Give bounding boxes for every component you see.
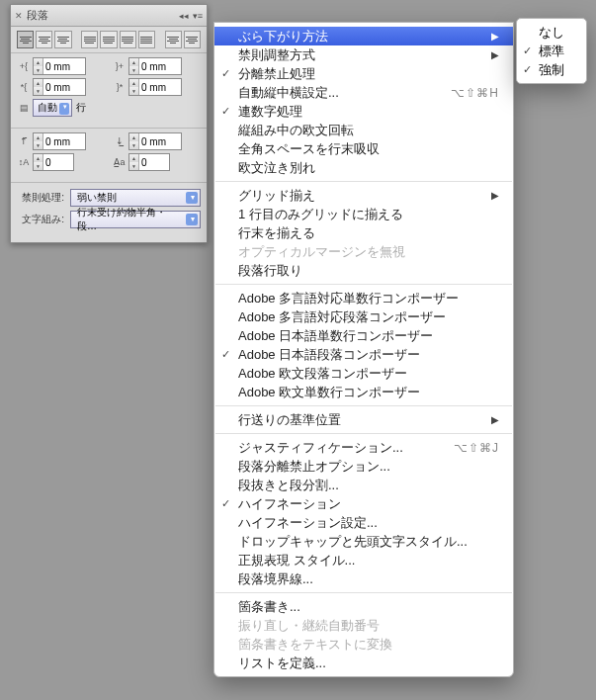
- kinsoku-label: 禁則処理:: [17, 191, 64, 205]
- dropcap-chars-input[interactable]: [139, 154, 169, 170]
- menu-item[interactable]: 欧文泣き別れ: [214, 158, 513, 177]
- submenu-item[interactable]: なし: [517, 23, 586, 42]
- justify-left-button[interactable]: [81, 31, 98, 48]
- check-icon: ✓: [523, 63, 532, 76]
- menu-item[interactable]: ハイフネーション設定...: [214, 513, 513, 532]
- last-line-indent-stepper[interactable]: ▲▼: [128, 78, 182, 96]
- check-icon: ✓: [221, 497, 230, 510]
- space-after-icon: ↓̲: [113, 135, 127, 147]
- justify-center-button[interactable]: [100, 31, 117, 48]
- alignment-buttons: [11, 27, 207, 53]
- menu-item-label: 欧文泣き別れ: [238, 159, 315, 177]
- left-indent-input[interactable]: [43, 58, 85, 74]
- menu-item[interactable]: Adobe 多言語対応単数行コンポーザー: [214, 289, 513, 307]
- menu-item[interactable]: 1 行目のみグリッドに揃える: [214, 205, 513, 223]
- menu-item[interactable]: ✓連数字処理: [214, 102, 513, 121]
- flyout-menu-icon[interactable]: ▾≡: [193, 11, 203, 21]
- menu-item-label: オプティカルマージンを無視: [238, 243, 405, 261]
- submenu-item-label: なし: [539, 24, 564, 42]
- menu-separator: [215, 405, 512, 406]
- align-right-button[interactable]: [54, 31, 71, 48]
- menu-item-label: ハイフネーション設定...: [238, 514, 378, 532]
- last-line-indent-input[interactable]: [139, 79, 181, 95]
- first-line-indent-stepper[interactable]: ▲▼: [33, 78, 86, 96]
- submenu-arrow-icon: ▶: [491, 414, 499, 425]
- check-icon: ✓: [221, 348, 230, 361]
- menu-item[interactable]: グリッド揃え▶: [214, 186, 513, 205]
- collapse-icon[interactable]: ◂◂: [179, 11, 189, 21]
- menu-item-label: Adobe 欧文段落コンポーザー: [238, 365, 407, 383]
- check-icon: ✓: [221, 105, 230, 118]
- menu-item-label: 自動縦中横設定...: [238, 84, 339, 102]
- menu-item-label: Adobe 日本語単数行コンポーザー: [238, 327, 433, 345]
- close-icon[interactable]: ✕: [15, 11, 23, 21]
- menu-item-label: 縦組み中の欧文回転: [238, 122, 354, 139]
- menu-item[interactable]: 自動縦中横設定...⌥⇧⌘H: [214, 83, 513, 102]
- menu-item[interactable]: ✓分離禁止処理: [214, 64, 513, 83]
- menu-item-label: 段落行取り: [238, 262, 302, 280]
- right-indent-stepper[interactable]: ▲▼: [128, 57, 182, 75]
- menu-item-label: 1 行目のみグリッドに揃える: [238, 206, 403, 223]
- space-after-stepper[interactable]: ▲▼: [128, 132, 182, 150]
- menu-item-label: 分離禁止処理: [238, 65, 315, 83]
- menu-item[interactable]: ✓ハイフネーション: [214, 494, 513, 513]
- menu-item[interactable]: 正規表現 スタイル...: [214, 551, 513, 569]
- menu-item[interactable]: ぶら下がり方法▶: [214, 27, 513, 45]
- align-away-spine-button[interactable]: [184, 31, 201, 48]
- menu-item[interactable]: リストを定義...: [214, 654, 513, 672]
- align-center-button[interactable]: [36, 31, 52, 48]
- submenu-item[interactable]: ✓強制: [517, 60, 586, 79]
- space-before-stepper[interactable]: ▲▼: [33, 132, 86, 150]
- justify-right-button[interactable]: [120, 31, 136, 48]
- auto-leading-dropdown[interactable]: 自動: [33, 99, 72, 117]
- menu-separator: [215, 284, 512, 285]
- menu-item[interactable]: 箇条書き...: [214, 597, 513, 616]
- justify-all-button[interactable]: [138, 31, 155, 48]
- menu-item: オプティカルマージンを無視: [214, 242, 513, 261]
- kinsoku-dropdown[interactable]: 弱い禁則: [70, 189, 201, 207]
- menu-item[interactable]: 段抜きと段分割...: [214, 476, 513, 494]
- menu-item-label: 禁則調整方式: [238, 46, 315, 64]
- menu-item[interactable]: 段落境界線...: [214, 569, 513, 588]
- menu-item-label: 段落境界線...: [238, 570, 313, 588]
- menu-item-label: Adobe 日本語段落コンポーザー: [238, 346, 420, 364]
- paragraph-panel: ✕ 段落 ◂◂ ▾≡ +{ ▲▼ }+ ▲▼ *{: [10, 4, 208, 243]
- mojikumi-value: 行末受け約物半角・段…: [77, 206, 184, 233]
- menu-item[interactable]: ジャスティフィケーション...⌥⇧⌘J: [214, 438, 513, 457]
- menu-item[interactable]: Adobe 欧文段落コンポーザー: [214, 364, 513, 383]
- submenu-item-label: 強制: [539, 61, 564, 79]
- menu-item[interactable]: 縦組み中の欧文回転: [214, 121, 513, 139]
- align-left-button[interactable]: [17, 31, 34, 48]
- dropcap-lines-input[interactable]: [43, 154, 73, 170]
- indent-fields: +{ ▲▼ }+ ▲▼ *{ ▲▼ }* ▲▼ ▤ 自動 行: [11, 53, 207, 129]
- menu-item[interactable]: 全角スペースを行末吸収: [214, 139, 513, 158]
- hanging-submenu: なし✓標準✓強制: [516, 18, 587, 84]
- dropcap-chars-stepper[interactable]: ▲▼: [128, 153, 170, 171]
- menu-item-label: 行送りの基準位置: [238, 411, 341, 429]
- menu-item[interactable]: ✓Adobe 日本語段落コンポーザー: [214, 345, 513, 364]
- last-line-indent-icon: }*: [113, 81, 127, 93]
- menu-item[interactable]: Adobe 日本語単数行コンポーザー: [214, 326, 513, 345]
- menu-item[interactable]: ドロップキャップと先頭文字スタイル...: [214, 532, 513, 551]
- right-indent-input[interactable]: [139, 58, 181, 74]
- menu-item-label: Adobe 多言語対応段落コンポーザー: [238, 308, 446, 326]
- first-line-indent-icon: *{: [17, 81, 31, 93]
- submenu-item[interactable]: ✓標準: [517, 42, 586, 60]
- menu-item[interactable]: 禁則調整方式▶: [214, 45, 513, 64]
- menu-item[interactable]: Adobe 欧文単数行コンポーザー: [214, 383, 513, 401]
- space-after-input[interactable]: [139, 133, 181, 149]
- first-line-indent-input[interactable]: [43, 79, 85, 95]
- menu-item[interactable]: 行末を揃える: [214, 223, 513, 242]
- align-toward-spine-button[interactable]: [165, 31, 182, 48]
- menu-item[interactable]: Adobe 多言語対応段落コンポーザー: [214, 307, 513, 326]
- mojikumi-dropdown[interactable]: 行末受け約物半角・段…: [70, 211, 201, 228]
- dropcap-lines-stepper[interactable]: ▲▼: [33, 153, 74, 171]
- menu-item[interactable]: 段落行取り: [214, 261, 513, 280]
- space-before-input[interactable]: [43, 133, 85, 149]
- menu-item[interactable]: 段落分離禁止オプション...: [214, 457, 513, 476]
- submenu-arrow-icon: ▶: [491, 31, 499, 42]
- menu-item-label: 箇条書きをテキストに変換: [238, 636, 392, 654]
- menu-item[interactable]: 行送りの基準位置▶: [214, 410, 513, 429]
- left-indent-stepper[interactable]: ▲▼: [33, 57, 86, 75]
- menu-item-label: 連数字処理: [238, 103, 302, 121]
